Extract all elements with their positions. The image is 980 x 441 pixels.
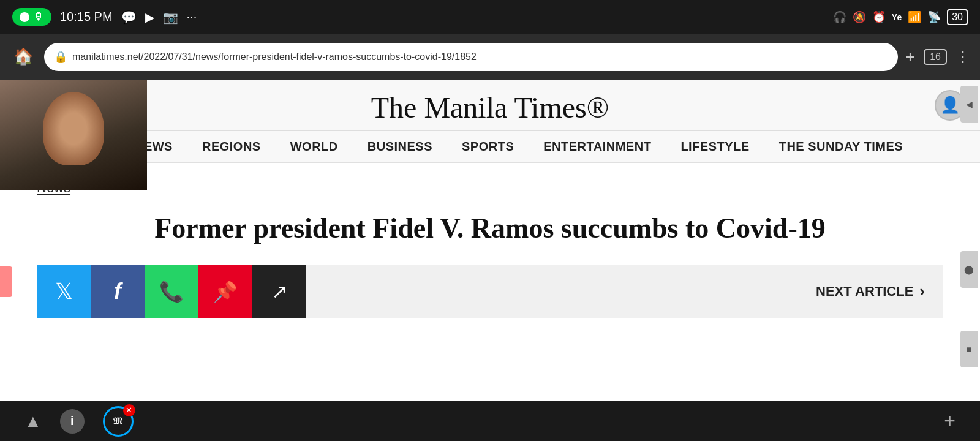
tab-logo-icon: 𝔐 xyxy=(113,416,123,427)
share-whatsapp-button[interactable]: 📞 xyxy=(145,265,198,318)
webcam-face xyxy=(43,92,104,165)
status-bar: 🎙 10:15 PM 💬 ▶ 📷 ··· 🎧 🔕 ⏰ Ye 📶 📡 30 xyxy=(0,0,980,34)
twitter-icon: 𝕏 xyxy=(55,279,73,304)
left-edge-button[interactable] xyxy=(0,266,12,297)
webcam-overlay xyxy=(0,80,147,190)
facebook-icon: f xyxy=(114,279,121,304)
add-button[interactable]: + xyxy=(944,410,956,432)
right-edge-btn-bottom[interactable]: ■ xyxy=(960,331,978,368)
mute-icon: 🔕 xyxy=(853,10,866,24)
status-right: 🎧 🔕 ⏰ Ye 📶 📡 30 xyxy=(833,9,968,25)
browser-menu-button[interactable]: ⋮ xyxy=(956,48,970,66)
nav-business[interactable]: BUSINESS xyxy=(353,131,447,162)
youtube-icon: ▶ xyxy=(145,10,154,24)
logo-row: The Manila Times® 👤 xyxy=(0,80,980,130)
url-text: manilatimes.net/2022/07/31/news/former-p… xyxy=(72,51,477,62)
add-tab-button[interactable]: + xyxy=(905,47,915,67)
lte-icon: Ye xyxy=(892,12,902,22)
bottom-bar: ▲ i ✕ 𝔐 + xyxy=(0,401,980,441)
record-dot xyxy=(20,12,29,22)
nav-sunday-times[interactable]: THE SUNDAY TIMES xyxy=(764,131,918,162)
share-more-button[interactable]: ↗ xyxy=(252,265,306,318)
lock-icon: 🔒 xyxy=(54,50,67,64)
webcam-video xyxy=(0,80,147,190)
info-button[interactable]: i xyxy=(60,409,85,434)
share-icon: ↗ xyxy=(271,280,288,303)
tab-count[interactable]: 16 xyxy=(924,49,947,65)
scroll-up-button[interactable]: ▲ xyxy=(24,412,42,431)
status-left: 🎙 10:15 PM 💬 ▶ 📷 ··· xyxy=(12,8,197,26)
tab-close-button[interactable]: ✕ xyxy=(123,404,135,417)
next-article-label: NEXT ARTICLE xyxy=(816,284,913,300)
share-twitter-button[interactable]: 𝕏 xyxy=(37,265,91,318)
right-edge-btn-middle[interactable]: ⬤ xyxy=(960,251,978,288)
info-icon: i xyxy=(70,414,74,428)
nav-bar: OPINION NEWS REGIONS WORLD BUSINESS SPOR… xyxy=(0,130,980,162)
mic-icon: 🎙 xyxy=(33,10,44,23)
next-chevron-icon: › xyxy=(919,282,925,301)
right-edge-controls: ◀ ⬤ ■ xyxy=(958,80,980,374)
time-display: 10:15 PM xyxy=(60,10,113,24)
browser-bar: 🏠 🔒 manilatimes.net/2022/07/31/news/form… xyxy=(0,34,980,80)
nav-lifestyle[interactable]: LIFESTYLE xyxy=(666,131,764,162)
share-pinterest-button[interactable]: 📌 xyxy=(198,265,252,318)
share-facebook-button[interactable]: f xyxy=(91,265,145,318)
pinterest-icon: 📌 xyxy=(213,280,238,303)
news-site: The Manila Times® 👤 OPINION NEWS REGIONS… xyxy=(0,80,980,401)
bottom-left-controls: ▲ i ✕ 𝔐 xyxy=(24,406,134,437)
browser-actions: + 16 ⋮ xyxy=(905,47,970,67)
messenger-icon: 💬 xyxy=(121,10,137,24)
nav-sports[interactable]: SPORTS xyxy=(447,131,529,162)
signal-icon: 📶 xyxy=(908,10,921,24)
right-edge-btn-top[interactable]: ◀ xyxy=(960,86,978,123)
alarm-icon: ⏰ xyxy=(872,10,886,24)
record-button[interactable]: 🎙 xyxy=(12,8,51,26)
site-header: The Manila Times® 👤 OPINION NEWS REGIONS… xyxy=(0,80,980,163)
whatsapp-icon: 📞 xyxy=(159,280,184,303)
nav-entertainment[interactable]: ENTERTAINMENT xyxy=(529,131,666,162)
more-icon[interactable]: ··· xyxy=(187,10,197,24)
current-tab-button[interactable]: ✕ 𝔐 xyxy=(103,406,134,437)
up-arrow-icon: ▲ xyxy=(24,412,42,431)
content-area: News Former president Fidel V. Ramos suc… xyxy=(0,163,980,331)
wifi-icon: 📡 xyxy=(927,10,941,24)
camera-icon: 📷 xyxy=(163,10,178,24)
headphones-icon: 🎧 xyxy=(833,10,846,24)
site-logo: The Manila Times® xyxy=(371,91,609,124)
home-button[interactable]: 🏠 xyxy=(10,43,37,70)
article-title: Former president Fidel V. Ramos succumbs… xyxy=(37,211,943,246)
social-share-bar: 𝕏 f 📞 📌 ↗ NEXT ARTICLE › xyxy=(37,265,943,318)
nav-regions[interactable]: REGIONS xyxy=(187,131,276,162)
next-article-button[interactable]: NEXT ARTICLE › xyxy=(306,265,943,318)
plus-icon: + xyxy=(944,410,956,432)
battery-indicator: 30 xyxy=(947,9,968,25)
nav-world[interactable]: WORLD xyxy=(276,131,353,162)
address-bar[interactable]: 🔒 manilatimes.net/2022/07/31/news/former… xyxy=(44,43,898,71)
